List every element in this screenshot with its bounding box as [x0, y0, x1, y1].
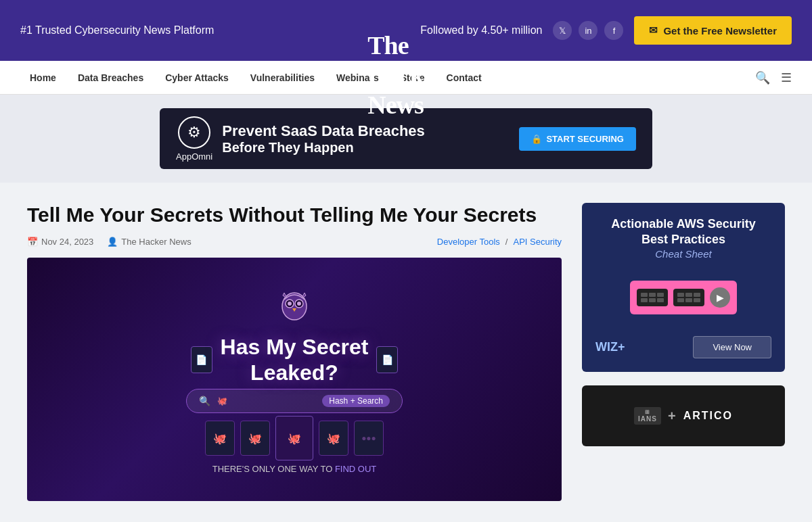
- top-bar: #1 Trusted Cybersecurity News Platform T…: [0, 0, 812, 61]
- ad-line1: Prevent SaaS Data Breaches: [222, 122, 425, 140]
- svg-point-3: [288, 302, 292, 306]
- nav-right: 🔍 ☰: [755, 70, 792, 85]
- article-image: 📄 Has My Secret Leaked? 📄 🔍 🐙 Hash + Sea…: [27, 258, 562, 501]
- ians-badge: ⊞ IANS: [634, 407, 661, 425]
- terminal-block-2: [673, 289, 704, 306]
- sidebar-ad-text: Actionable AWS Security Best Practices C…: [611, 216, 755, 260]
- view-now-button[interactable]: View Now: [693, 336, 771, 358]
- nav-item-vulnerabilities[interactable]: Vulnerabilities: [241, 68, 324, 87]
- hero-text: Has My Secret Leaked?: [221, 334, 369, 386]
- ad-banner-left: ⚙ AppOmni Prevent SaaS Data Breaches Bef…: [176, 116, 425, 162]
- hamburger-menu-icon[interactable]: ☰: [781, 70, 792, 85]
- search-mock-brand: 🐙: [217, 396, 227, 406]
- nav-item-home[interactable]: Home: [20, 68, 66, 87]
- lock-icon: 🔒: [531, 134, 542, 144]
- bottom-doc-1: 🐙: [205, 421, 235, 456]
- doc-icon-right: 📄: [376, 346, 398, 373]
- article-meta: 📅 Nov 24, 2023 👤 The Hacker News Develop…: [27, 237, 562, 247]
- bottom-docs-section: 🐙 🐙 🐙 🐙 ●●●: [205, 416, 384, 460]
- category-developer-tools[interactable]: Developer Tools: [437, 237, 500, 247]
- facebook-icon[interactable]: f: [604, 21, 623, 40]
- article-author: 👤 The Hacker News: [107, 237, 191, 247]
- sidebar-ad-ians[interactable]: ⊞ IANS + ARTICO: [582, 385, 785, 446]
- bottom-doc-highlight: 🐙: [275, 416, 313, 460]
- nav-item-cyber-attacks[interactable]: Cyber Attacks: [156, 68, 238, 87]
- search-bar-mock: 🔍 🐙 Hash + Search: [186, 389, 403, 413]
- category-separator: /: [505, 237, 508, 247]
- tagline: #1 Trusted Cybersecurity News Platform: [20, 24, 214, 37]
- artico-brand: ARTICO: [683, 410, 733, 422]
- site-logo[interactable]: The Hacker News: [367, 30, 445, 120]
- article-title: Tell Me Your Secrets Without Telling Me …: [27, 203, 562, 227]
- terminal-visual: ▶: [630, 281, 737, 314]
- sidebar-ad-title-line1: Actionable AWS Security: [611, 216, 755, 232]
- find-out-text: THERE'S ONLY ONE WAY TO FIND OUT: [212, 464, 377, 474]
- calendar-icon: 📅: [27, 237, 38, 247]
- hero-text-section: 📄 Has My Secret Leaked? 📄: [191, 334, 399, 386]
- article-categories: Developer Tools / API Security: [437, 237, 562, 247]
- owl-section: [277, 285, 311, 331]
- nav-item-contact[interactable]: Contact: [437, 68, 491, 87]
- terminal-block: [637, 289, 668, 306]
- ad-text: Prevent SaaS Data Breaches Before They H…: [222, 122, 425, 156]
- twitter-icon[interactable]: 𝕏: [553, 21, 572, 40]
- category-api-security[interactable]: API Security: [513, 237, 562, 247]
- person-icon: 👤: [107, 237, 118, 247]
- article-column: Tell Me Your Secrets Without Telling Me …: [27, 203, 562, 501]
- article-meta-left: 📅 Nov 24, 2023 👤 The Hacker News: [27, 237, 191, 247]
- search-mock-icon: 🔍: [199, 396, 210, 406]
- search-icon[interactable]: 🔍: [755, 70, 770, 85]
- envelope-icon: ✉: [649, 24, 658, 37]
- plus-separator: +: [668, 408, 677, 424]
- ad-brand: AppOmni: [176, 151, 212, 162]
- svg-point-4: [297, 302, 301, 306]
- find-out-link[interactable]: FIND OUT: [335, 464, 376, 474]
- bottom-doc-3: 🐙: [319, 421, 348, 456]
- sidebar-column: Actionable AWS Security Best Practices C…: [582, 203, 785, 446]
- doc-icon-left: 📄: [191, 346, 212, 373]
- nav-item-data-breaches[interactable]: Data Breaches: [68, 68, 153, 87]
- bottom-doc-4: ●●●: [354, 421, 384, 456]
- gear-icon: ⚙: [178, 116, 210, 149]
- sidebar-ad-wiz[interactable]: Actionable AWS Security Best Practices C…: [582, 203, 785, 372]
- sidebar-ad2-inner: ⊞ IANS + ARTICO: [626, 399, 741, 433]
- top-bar-right: Followed by 4.50+ million 𝕏 in f ✉ Get t…: [420, 16, 792, 45]
- sidebar-ad-footer: WIZ+ View Now: [595, 336, 771, 358]
- social-icons: 𝕏 in f: [553, 21, 623, 40]
- sidebar-ad-title-line2: Best Practices: [611, 232, 755, 247]
- sidebar-ad-subtitle: Cheat Sheet: [611, 248, 755, 260]
- linkedin-icon[interactable]: in: [579, 21, 597, 40]
- owl-icon: [277, 285, 311, 328]
- wiz-logo: WIZ+: [595, 340, 625, 354]
- ad-line2: Before They Happen: [222, 140, 425, 156]
- ad-cta-button[interactable]: 🔒 START SECURING: [519, 127, 636, 151]
- bottom-doc-2: 🐙: [240, 421, 270, 456]
- newsletter-button[interactable]: ✉ Get the Free Newsletter: [634, 16, 792, 45]
- main-content: Tell Me Your Secrets Without Telling Me …: [14, 183, 798, 501]
- search-tag: Hash + Search: [322, 395, 390, 407]
- article-image-inner: 📄 Has My Secret Leaked? 📄 🔍 🐙 Hash + Sea…: [41, 271, 548, 488]
- article-date: 📅 Nov 24, 2023: [27, 237, 93, 247]
- play-icon: ▶: [710, 287, 730, 308]
